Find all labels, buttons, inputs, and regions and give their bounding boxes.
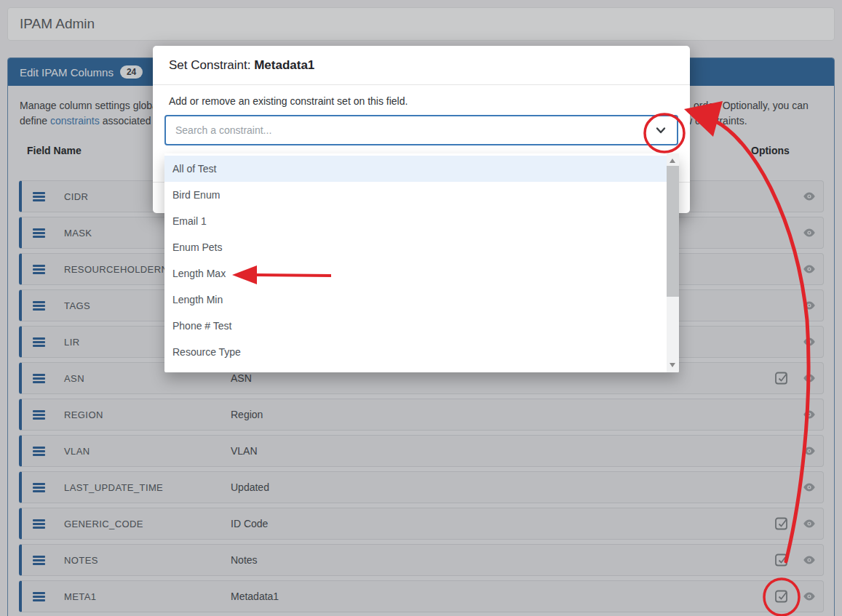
dropdown-option[interactable]: Email 1 [164, 208, 679, 234]
dropdown-scrollbar[interactable] [667, 153, 679, 372]
chevron-down-icon [654, 123, 668, 137]
dropdown-toggle-button[interactable] [654, 123, 668, 137]
dropdown-option[interactable]: Bird Enum [164, 182, 679, 208]
scrollbar-up-arrow-icon[interactable] [670, 159, 675, 163]
scrollbar-down-arrow-icon[interactable] [670, 363, 675, 367]
dropdown-option[interactable]: Resource Type [164, 339, 679, 365]
constraint-dropdown: All of TestBird EnumEmail 1Enum PetsLeng… [164, 153, 679, 372]
modal-title: Set Constraint: Metadata1 [153, 46, 690, 85]
constraint-option-list: All of TestBird EnumEmail 1Enum PetsLeng… [164, 153, 679, 365]
dropdown-option[interactable]: Phone # Test [164, 313, 679, 339]
modal-title-field-name: Metadata1 [254, 58, 314, 72]
scrollbar-thumb[interactable] [667, 166, 679, 297]
constraint-search-input[interactable] [164, 115, 678, 145]
dropdown-option[interactable]: Length Min [164, 287, 679, 313]
dropdown-option[interactable]: All of Test [164, 156, 679, 182]
dropdown-option[interactable]: Enum Pets [164, 234, 679, 260]
dropdown-option[interactable]: Length Max [164, 260, 679, 287]
modal-instruction-text: Add or remove an existing constraint set… [164, 95, 678, 107]
